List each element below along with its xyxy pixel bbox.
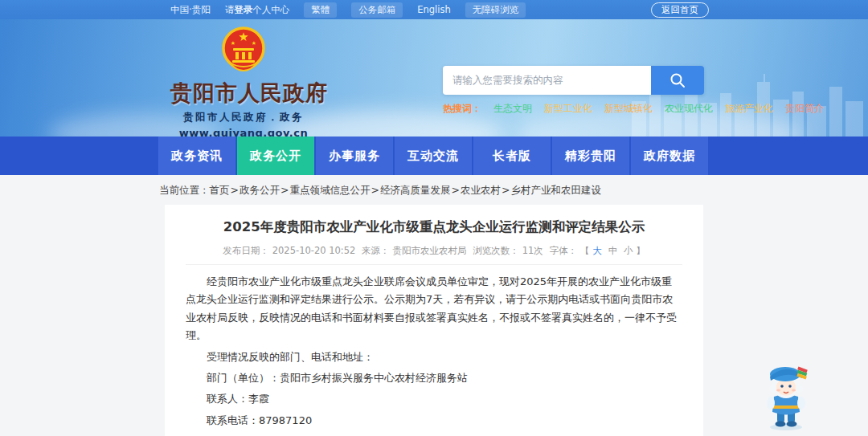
article-paragraph: 邮政编码：550081	[186, 433, 682, 436]
top-utility-bar: 中国·贵阳 请登录个人中心 繁體 公务邮箱 English 无障碍浏览 返回首页	[0, 0, 868, 19]
breadcrumb-separator: >	[502, 184, 510, 196]
article-body: 经贵阳市农业产业化市级重点龙头企业联席会议成员单位审定，现对2025年开展的农业…	[186, 273, 682, 436]
hot-search-label: 热搜词：	[443, 102, 481, 116]
breadcrumb-item[interactable]: 乡村产业和农田建设	[510, 184, 601, 196]
source: 贵阳市农业农村局	[393, 245, 467, 256]
breadcrumb-item[interactable]: 政务公开	[240, 184, 280, 196]
hot-search-row: 热搜词： 生态文明新型工业化新型城镇化农业现代化旅游产业化贵阳简介	[443, 102, 704, 116]
site-logo[interactable]: ★ ★ ★ 贵阳市人民政府 贵阳市人民政府．政务 www.guiyang.gov…	[170, 26, 317, 137]
article-paragraph: 经贵阳市农业产业化市级重点龙头企业联席会议成员单位审定，现对2025年开展的农业…	[186, 273, 682, 344]
nav-tab[interactable]: 政务公开	[237, 137, 314, 175]
breadcrumb-label: 当前位置：	[159, 184, 210, 196]
svg-text:★: ★	[231, 40, 235, 47]
breadcrumb-separator: >	[451, 184, 459, 196]
nav-tab[interactable]: 办事服务	[316, 137, 393, 175]
topbar-links: 中国·贵阳 请登录个人中心 繁體 公务邮箱 English 无障碍浏览	[170, 2, 526, 18]
publish-date-label: 发布日期：	[223, 245, 269, 256]
back-home-button[interactable]: 返回首页	[651, 2, 709, 18]
breadcrumb: 当前位置：首页>政务公开>重点领域信息公开>经济高质量发展>农业农村>乡村产业和…	[0, 175, 868, 205]
article-paragraph: 受理情况反映的部门、电话和地址：	[186, 348, 682, 366]
link-china-guiyang[interactable]: 中国·贵阳	[170, 4, 211, 16]
views-label: 浏览次数：	[473, 245, 519, 256]
font-size-label: 字体：	[549, 245, 577, 256]
site-subtitle: 贵阳市人民政府．政务	[170, 111, 317, 124]
nav-tab[interactable]: 长者版	[473, 137, 551, 175]
search-input[interactable]	[443, 66, 651, 95]
article-paragraph: 联系人：李霞	[186, 390, 682, 408]
hot-search-link[interactable]: 生态文明	[493, 102, 532, 116]
mascot-icon	[757, 361, 815, 431]
hot-search-link[interactable]: 农业现代化	[665, 102, 713, 116]
nav-tab[interactable]: 精彩贵阳	[552, 137, 629, 175]
article-paragraph: 部门（单位）：贵阳市乡村振兴服务中心农村经济服务站	[186, 369, 682, 387]
national-emblem-icon: ★ ★ ★	[219, 26, 268, 77]
breadcrumb-item[interactable]: 农业农村	[461, 184, 501, 196]
breadcrumb-item[interactable]: 重点领域信息公开	[289, 184, 370, 196]
breadcrumb-path: 首页>政务公开>重点领域信息公开>经济高质量发展>农业农村>乡村产业和农田建设	[210, 184, 601, 196]
search-icon	[669, 71, 686, 89]
breadcrumb-item[interactable]: 经济高质量发展	[380, 184, 451, 196]
svg-text:★: ★	[252, 40, 256, 47]
breadcrumb-item[interactable]: 首页	[210, 184, 230, 196]
font-size-medium-button[interactable]: 中	[608, 245, 618, 256]
svg-text:★: ★	[238, 30, 248, 44]
bracket: 】	[636, 245, 645, 256]
font-size-small-button[interactable]: 小	[624, 245, 633, 256]
article-title: 2025年度贵阳市农业产业化市级重点龙头企业运行监测和评定结果公示	[186, 218, 682, 236]
bracket: 【	[580, 245, 590, 256]
breadcrumb-separator: >	[231, 184, 239, 196]
link-traditional-chinese[interactable]: 繁體	[304, 2, 337, 18]
breadcrumb-separator: >	[280, 184, 289, 196]
article-meta: 发布日期：2025-10-20 10:52 来源：贵阳市农业农村局 浏览次数：1…	[186, 245, 682, 265]
site-name: 贵阳市人民政府	[170, 79, 317, 108]
nav-tab[interactable]: 政务资讯	[158, 137, 235, 175]
link-accessibility[interactable]: 无障碍浏览	[465, 2, 526, 18]
publish-date: 2025-10-20 10:52	[272, 245, 356, 256]
main-nav: 政务资讯政务公开办事服务互动交流长者版精彩贵阳政府数据	[0, 137, 868, 175]
site-url: www.guiyang.gov.cn	[170, 127, 317, 137]
search-area: 热搜词： 生态文明新型工业化新型城镇化农业现代化旅游产业化贵阳简介	[443, 66, 704, 116]
login-bold: 登录	[234, 4, 252, 15]
link-official-mailbox[interactable]: 公务邮箱	[351, 2, 403, 18]
login-prefix: 请	[225, 4, 235, 15]
hot-search-links: 生态文明新型工业化新型城镇化农业现代化旅游产业化贵阳简介	[493, 102, 824, 116]
article-paragraph: 联系电话：87987120	[186, 412, 682, 430]
nav-tab[interactable]: 政府数据	[631, 137, 708, 175]
nav-tab[interactable]: 互动交流	[395, 137, 472, 175]
hot-search-link[interactable]: 新型工业化	[544, 102, 592, 116]
login-suffix: 个人中心	[252, 4, 289, 15]
mascot-assistant[interactable]	[757, 361, 815, 434]
article-card: 2025年度贵阳市农业产业化市级重点龙头企业运行监测和评定结果公示 发布日期：2…	[165, 205, 703, 436]
link-login-personal-center[interactable]: 请登录个人中心	[225, 4, 290, 16]
breadcrumb-separator: >	[371, 184, 379, 196]
hot-search-link[interactable]: 新型城镇化	[604, 102, 653, 116]
site-banner: ★ ★ ★ 贵阳市人民政府 贵阳市人民政府．政务 www.guiyang.gov…	[0, 19, 868, 137]
hot-search-link[interactable]: 旅游产业化	[725, 102, 773, 116]
source-label: 来源：	[362, 245, 390, 256]
link-english[interactable]: English	[417, 4, 451, 15]
search-button[interactable]	[651, 66, 704, 95]
views: 11次	[522, 245, 543, 256]
hot-search-link[interactable]: 贵阳简介	[785, 102, 824, 116]
font-size-large-button[interactable]: 大	[592, 245, 602, 256]
